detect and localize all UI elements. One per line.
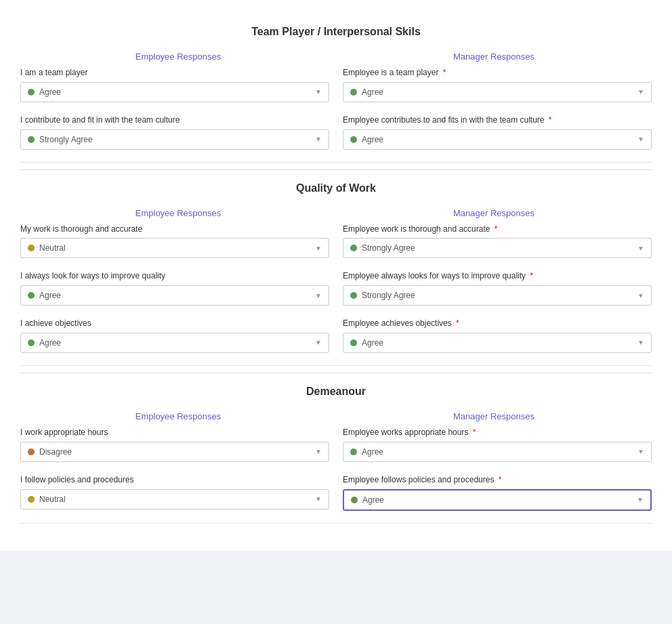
- employee-header-demeanour: Employee Responses: [20, 411, 336, 421]
- question-row-demeanour-q2: I follow policies and proceduresNeutral▼…: [20, 474, 652, 511]
- employee-dot-team-player-q2: [28, 136, 35, 143]
- employee-side-quality-q3: I achieve objectivesAgree▼: [20, 318, 329, 353]
- employee-dropdown-left-quality-q3: Agree: [28, 338, 61, 348]
- manager-header-quality-of-work: Manager Responses: [336, 208, 652, 218]
- manager-label-quality-q2: Employee always looks for ways to improv…: [343, 270, 652, 282]
- manager-side-team-player-q2: Employee contributes to and fits in with…: [343, 115, 652, 150]
- employee-chevron-team-player-q1: ▼: [315, 88, 322, 96]
- manager-value-quality-q3: Agree: [362, 338, 383, 348]
- employee-dropdown-left-demeanour-q2: Neutral: [28, 495, 66, 504]
- manager-dropdown-demeanour-q2[interactable]: Agree▼: [343, 489, 652, 511]
- employee-dropdown-demeanour-q2[interactable]: Neutral▼: [20, 489, 329, 509]
- employee-dot-demeanour-q1: [28, 449, 35, 455]
- question-row-quality-q3: I achieve objectivesAgree▼Employee achie…: [20, 318, 652, 353]
- manager-header-demeanour: Manager Responses: [336, 411, 652, 421]
- manager-side-quality-q2: Employee always looks for ways to improv…: [343, 270, 652, 306]
- employee-side-team-player-q1: I am a team playerAgree▼: [20, 67, 329, 102]
- question-row-demeanour-q1: I work appropriate hoursDisagree▼Employe…: [20, 427, 652, 462]
- employee-dropdown-quality-q3[interactable]: Agree▼: [20, 333, 329, 353]
- manager-chevron-team-player-q2: ▼: [637, 136, 644, 143]
- employee-value-quality-q3: Agree: [39, 338, 61, 348]
- employee-dot-quality-q1: [28, 245, 35, 251]
- manager-dropdown-team-player-q1[interactable]: Agree▼: [343, 82, 652, 102]
- manager-value-demeanour-q1: Agree: [362, 447, 383, 457]
- manager-dot-demeanour-q1: [350, 449, 357, 455]
- required-asterisk-quality-q1: *: [492, 224, 497, 234]
- manager-dropdown-quality-q3[interactable]: Agree▼: [343, 333, 652, 353]
- required-asterisk-demeanour-q2: *: [496, 475, 501, 484]
- manager-side-quality-q3: Employee achieves objectives *Agree▼: [343, 318, 652, 353]
- required-asterisk-team-player-q2: *: [547, 115, 552, 125]
- employee-chevron-team-player-q2: ▼: [315, 136, 322, 143]
- employee-side-quality-q2: I always look for ways to improve qualit…: [20, 270, 329, 306]
- employee-dropdown-team-player-q2[interactable]: Strongly Agree▼: [20, 129, 329, 150]
- employee-value-quality-q1: Neutral: [39, 243, 66, 253]
- manager-side-demeanour-q1: Employee works appropriate hours *Agree▼: [343, 427, 652, 462]
- manager-label-quality-q3: Employee achieves objectives *: [343, 318, 652, 329]
- required-asterisk-demeanour-q1: *: [470, 428, 476, 437]
- employee-dropdown-team-player-q1[interactable]: Agree▼: [20, 82, 329, 102]
- employee-label-demeanour-q2: I follow policies and procedures: [20, 474, 329, 486]
- manager-chevron-demeanour-q2: ▼: [637, 496, 644, 503]
- manager-chevron-demeanour-q1: ▼: [637, 448, 644, 455]
- employee-dot-quality-q3: [28, 339, 35, 346]
- manager-label-quality-q1: Employee work is thorough and accurate *: [343, 224, 652, 235]
- question-row-quality-q1: My work is thorough and accurateNeutral▼…: [20, 224, 652, 259]
- manager-dot-team-player-q2: [350, 136, 357, 143]
- employee-chevron-quality-q1: ▼: [315, 245, 322, 252]
- question-row-team-player-q1: I am a team playerAgree▼Employee is a te…: [20, 67, 652, 102]
- manager-dot-quality-q1: [350, 245, 357, 251]
- manager-dropdown-left-quality-q3: Agree: [350, 338, 383, 348]
- question-row-team-player-q2: I contribute to and fit in with the team…: [20, 115, 652, 150]
- question-block-demeanour-q1: I work appropriate hoursDisagree▼Employe…: [20, 427, 652, 462]
- employee-label-team-player-q2: I contribute to and fit in with the team…: [20, 115, 329, 126]
- employee-dropdown-quality-q1[interactable]: Neutral▼: [20, 238, 329, 258]
- manager-dropdown-left-quality-q2: Strongly Agree: [350, 291, 415, 300]
- employee-dot-team-player-q1: [28, 89, 35, 96]
- manager-dropdown-team-player-q2[interactable]: Agree▼: [343, 129, 652, 150]
- employee-side-quality-q1: My work is thorough and accurateNeutral▼: [20, 224, 329, 259]
- separator-team-player: [20, 162, 652, 163]
- page-container: Team Player / Interpersonal SkilsEmploye…: [0, 0, 672, 551]
- question-block-team-player-q2: I contribute to and fit in with the team…: [20, 115, 652, 150]
- employee-value-demeanour-q1: Disagree: [39, 447, 72, 457]
- employee-value-team-player-q1: Agree: [39, 87, 61, 97]
- manager-side-demeanour-q2: Employee follows policies and procedures…: [343, 474, 652, 511]
- manager-dropdown-quality-q1[interactable]: Strongly Agree▼: [343, 238, 652, 258]
- manager-dropdown-left-demeanour-q1: Agree: [350, 447, 383, 457]
- employee-chevron-quality-q3: ▼: [315, 339, 322, 346]
- manager-value-quality-q2: Strongly Agree: [362, 291, 415, 300]
- manager-dropdown-quality-q2[interactable]: Strongly Agree▼: [343, 285, 652, 306]
- manager-label-team-player-q2: Employee contributes to and fits in with…: [343, 115, 652, 126]
- employee-label-quality-q1: My work is thorough and accurate: [20, 224, 329, 235]
- question-block-team-player-q1: I am a team playerAgree▼Employee is a te…: [20, 67, 652, 102]
- employee-dropdown-left-quality-q1: Neutral: [28, 243, 66, 253]
- required-asterisk-team-player-q1: *: [440, 68, 446, 77]
- required-asterisk-quality-q2: *: [528, 271, 533, 280]
- manager-chevron-quality-q1: ▼: [637, 245, 644, 252]
- employee-chevron-demeanour-q2: ▼: [315, 495, 322, 503]
- manager-side-team-player-q1: Employee is a team player *Agree▼: [343, 67, 652, 102]
- employee-label-team-player-q1: I am a team player: [20, 67, 329, 79]
- manager-value-team-player-q2: Agree: [362, 135, 383, 144]
- required-asterisk-quality-q3: *: [454, 318, 459, 328]
- question-row-quality-q2: I always look for ways to improve qualit…: [20, 270, 652, 306]
- manager-dot-quality-q3: [350, 339, 357, 346]
- manager-dropdown-left-team-player-q1: Agree: [350, 87, 383, 97]
- employee-chevron-quality-q2: ▼: [315, 292, 322, 299]
- manager-chevron-team-player-q1: ▼: [637, 88, 644, 96]
- manager-side-quality-q1: Employee work is thorough and accurate *…: [343, 224, 652, 259]
- employee-dropdown-quality-q2[interactable]: Agree▼: [20, 285, 329, 306]
- employee-dropdown-left-team-player-q1: Agree: [28, 87, 61, 97]
- employee-label-quality-q2: I always look for ways to improve qualit…: [20, 270, 329, 282]
- employee-value-quality-q2: Agree: [39, 291, 61, 300]
- manager-label-demeanour-q2: Employee follows policies and procedures…: [343, 474, 652, 486]
- manager-dot-demeanour-q2: [351, 497, 358, 503]
- question-block-quality-q3: I achieve objectivesAgree▼Employee achie…: [20, 318, 652, 353]
- employee-header-quality-of-work: Employee Responses: [20, 208, 336, 218]
- separator-demeanour: [20, 523, 652, 524]
- employee-chevron-demeanour-q1: ▼: [315, 448, 322, 455]
- manager-dropdown-demeanour-q1[interactable]: Agree▼: [343, 442, 652, 462]
- section-title-quality-of-work: Quality of Work: [20, 169, 652, 201]
- employee-dropdown-demeanour-q1[interactable]: Disagree▼: [20, 442, 329, 462]
